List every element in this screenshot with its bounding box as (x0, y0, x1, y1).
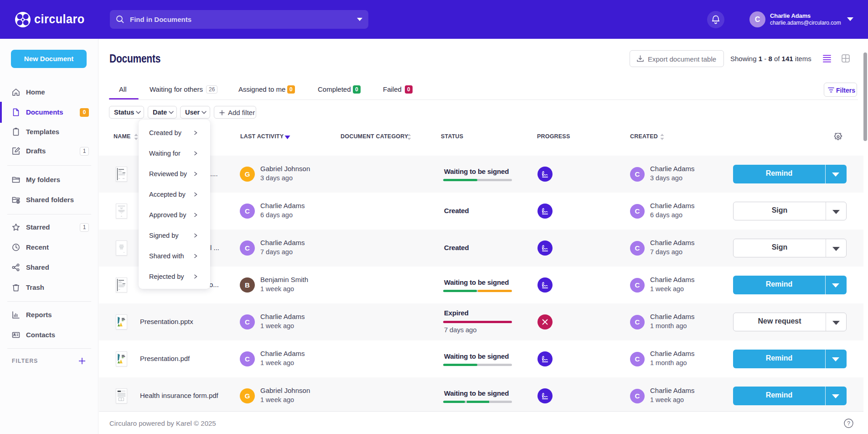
svg-text:?: ? (847, 420, 850, 427)
